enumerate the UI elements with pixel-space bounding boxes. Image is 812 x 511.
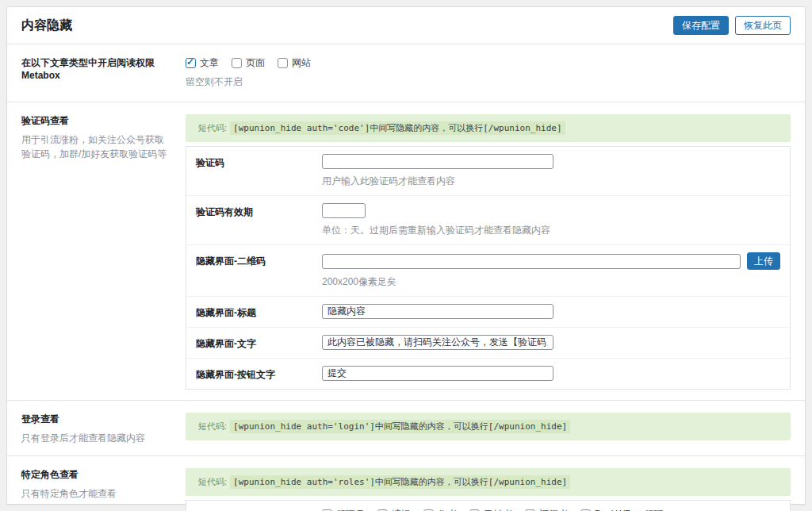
- captcha-code-content: 用户输入此验证码才能查看内容: [322, 154, 780, 188]
- checkbox-role-subscriber[interactable]: 订阅者: [525, 508, 568, 511]
- metabox-hint: 留空则不开启: [186, 75, 791, 89]
- login-shortcode-label: 短代码:: [198, 421, 227, 431]
- qrcode-hint: 200x200像素足矣: [322, 275, 780, 289]
- field-row-hide-title: 隐藏界面-标题: [186, 297, 790, 328]
- roles-checkbox-group: 管理员 编辑 作者 贡: [322, 508, 780, 511]
- captcha-code-input[interactable]: [322, 154, 553, 169]
- login-shortcode-code: [wpunion_hide auth='login']中间写隐藏的内容，可以换行…: [230, 420, 570, 433]
- editor-checkbox-label: 编辑: [392, 508, 411, 511]
- hide-text-input[interactable]: [322, 335, 553, 350]
- hide-title-input[interactable]: [322, 304, 553, 319]
- metabox-content-col: 文章 页面 网站 留空则不开启: [186, 56, 791, 89]
- section-roles-view: 特定角色查看 只有特定角色才能查看 短代码:[wpunion_hide auth…: [7, 456, 805, 511]
- captcha-code-hint: 用户输入此验证码才能查看内容: [322, 175, 780, 188]
- administrator-checkbox-label: 管理员: [336, 508, 365, 511]
- checkbox-role-administrator[interactable]: 管理员: [322, 508, 365, 511]
- roles-label-col: 特定角色查看 只有特定角色才能查看: [21, 468, 186, 511]
- captcha-shortcode-code: [wpunion_hide auth='code']中间写隐藏的内容，可以换行[…: [230, 121, 565, 135]
- checkbox-role-backwpup-admin[interactable]: BackWPup 管理: [580, 508, 664, 511]
- captcha-shortcode-label: 短代码:: [198, 123, 227, 133]
- section-captcha-view: 验证码查看 用于引流涨粉，如关注公众号获取验证码，加群/加好友获取验证码等 短代…: [7, 102, 805, 401]
- upload-button[interactable]: 上传: [747, 252, 780, 270]
- login-section-desc: 只有登录后才能查看隐藏内容: [21, 431, 173, 445]
- captcha-section-title: 验证码查看: [21, 114, 173, 128]
- roles-shortcode-code: [wpunion_hide auth='roles']中间写隐藏的内容，可以换行…: [230, 475, 570, 489]
- login-shortcode-box: 短代码:[wpunion_hide auth='login']中间写隐藏的内容，…: [186, 413, 791, 440]
- captcha-label-col: 验证码查看 用于引流涨粉，如关注公众号获取验证码，加群/加好友获取验证码等: [21, 114, 186, 390]
- captcha-section-desc: 用于引流涨粉，如关注公众号获取验证码，加群/加好友获取验证码等: [21, 133, 173, 161]
- roles-section-desc: 只有特定角色才能查看: [21, 486, 173, 501]
- captcha-code-label: 验证码: [196, 154, 322, 188]
- captcha-shortcode-box: 短代码:[wpunion_hide auth='code']中间写隐藏的内容，可…: [186, 114, 791, 142]
- section-metabox: 在以下文章类型中开启阅读权限Metabox 文章 页面 网站 留空则不开启: [7, 44, 805, 102]
- metabox-label-col: 在以下文章类型中开启阅读权限Metabox: [21, 56, 186, 89]
- roles-section-title: 特定角色查看: [21, 468, 173, 482]
- field-row-qrcode: 隐藏界面-二维码 上传 200x200像素足矣: [186, 245, 790, 297]
- subscriber-checkbox-label: 订阅者: [539, 508, 568, 511]
- login-content-col: 短代码:[wpunion_hide auth='login']中间写隐藏的内容，…: [186, 413, 791, 445]
- page-header: 内容隐藏 保存配置 恢复此页: [7, 7, 805, 44]
- checkbox-post-type-site[interactable]: 网站: [278, 56, 311, 70]
- qrcode-label: 隐藏界面-二维码: [196, 252, 322, 289]
- field-row-allowed-roles: 允许查看的角色 管理员 编辑: [186, 501, 790, 511]
- login-section-title: 登录查看: [21, 413, 173, 426]
- checkbox-post-type-page[interactable]: 页面: [232, 56, 265, 70]
- header-actions: 保存配置 恢复此页: [673, 16, 791, 35]
- page-title: 内容隐藏: [21, 17, 72, 34]
- field-row-hide-text: 隐藏界面-文字: [186, 328, 790, 359]
- roles-content-col: 短代码:[wpunion_hide auth='roles']中间写隐藏的内容，…: [186, 468, 791, 511]
- roles-fields-panel: 允许查看的角色 管理员 编辑: [186, 500, 791, 511]
- site-checkbox[interactable]: [278, 58, 288, 68]
- captcha-content-col: 短代码:[wpunion_hide auth='code']中间写隐藏的内容，可…: [186, 114, 791, 390]
- restore-page-button[interactable]: 恢复此页: [735, 16, 791, 35]
- login-label-col: 登录查看 只有登录后才能查看隐藏内容: [21, 413, 186, 445]
- metabox-label: 在以下文章类型中开启阅读权限Metabox: [21, 56, 173, 81]
- hide-title-content: [322, 304, 780, 320]
- page-checkbox-label: 页面: [246, 56, 265, 70]
- roles-shortcode-label: 短代码:: [198, 477, 227, 486]
- captcha-expiry-label: 验证码有效期: [196, 203, 322, 237]
- qrcode-url-input[interactable]: [322, 254, 741, 269]
- roles-shortcode-box: 短代码:[wpunion_hide auth='roles']中间写隐藏的内容，…: [186, 468, 791, 496]
- contributor-checkbox-label: 贡献者: [484, 508, 512, 511]
- checkbox-post-type-article[interactable]: 文章: [186, 56, 219, 70]
- article-checkbox[interactable]: [186, 58, 196, 68]
- checkbox-role-author[interactable]: 作者: [423, 508, 457, 511]
- author-checkbox-label: 作者: [438, 508, 457, 511]
- backwpup-admin-checkbox-label: BackWPup 管理: [595, 508, 664, 511]
- allowed-roles-label: 允许查看的角色: [196, 508, 322, 511]
- captcha-expiry-content: 单位：天。过期后需重新输入验证码才能查看隐藏内容: [322, 203, 780, 237]
- hide-button-text-content: [322, 366, 780, 382]
- section-login-view: 登录查看 只有登录后才能查看隐藏内容 短代码:[wpunion_hide aut…: [7, 401, 805, 456]
- post-type-checkbox-group: 文章 页面 网站: [186, 56, 791, 70]
- page-checkbox[interactable]: [232, 58, 242, 68]
- field-row-captcha-code: 验证码 用户输入此验证码才能查看内容: [186, 147, 790, 196]
- hide-title-label: 隐藏界面-标题: [196, 304, 322, 320]
- captcha-fields-panel: 验证码 用户输入此验证码才能查看内容 验证码有效期 单位：天。过期后需重新输入验…: [186, 146, 791, 390]
- site-checkbox-label: 网站: [292, 56, 311, 70]
- allowed-roles-content: 管理员 编辑 作者 贡: [322, 508, 780, 511]
- save-config-button[interactable]: 保存配置: [673, 16, 729, 35]
- article-checkbox-label: 文章: [200, 56, 219, 70]
- captcha-expiry-input[interactable]: [322, 203, 366, 218]
- field-row-captcha-expiry: 验证码有效期 单位：天。过期后需重新输入验证码才能查看隐藏内容: [186, 196, 790, 245]
- hide-button-text-label: 隐藏界面-按钮文字: [196, 366, 322, 382]
- qrcode-content: 上传 200x200像素足矣: [322, 252, 780, 289]
- qrcode-input-line: 上传: [322, 252, 780, 270]
- checkbox-role-editor[interactable]: 编辑: [377, 508, 411, 511]
- hide-button-text-input[interactable]: [322, 366, 553, 381]
- settings-card: 内容隐藏 保存配置 恢复此页 在以下文章类型中开启阅读权限Metabox 文章 …: [6, 6, 806, 505]
- field-row-hide-button-text: 隐藏界面-按钮文字: [186, 359, 790, 389]
- hide-text-content: [322, 335, 780, 351]
- checkbox-role-contributor[interactable]: 贡献者: [469, 508, 512, 511]
- captcha-expiry-hint: 单位：天。过期后需重新输入验证码才能查看隐藏内容: [322, 224, 780, 237]
- hide-text-label: 隐藏界面-文字: [196, 335, 322, 351]
